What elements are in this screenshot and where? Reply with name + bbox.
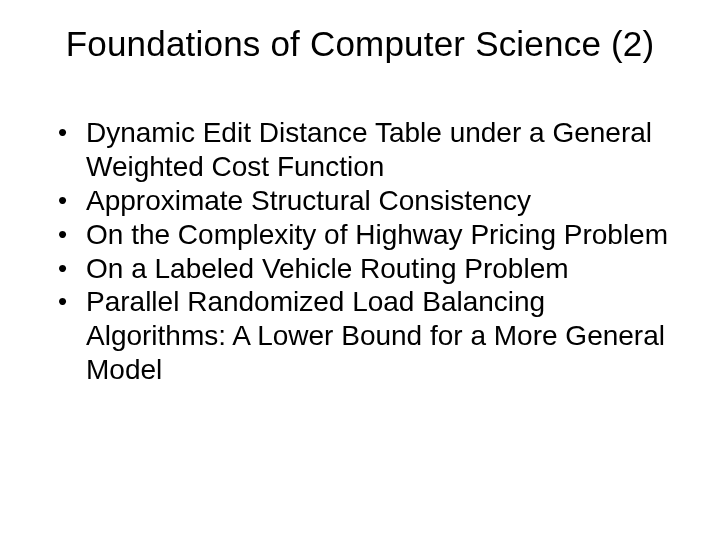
list-item: Parallel Randomized Load Balancing Algor… (58, 285, 680, 387)
slide: Foundations of Computer Science (2) Dyna… (0, 0, 720, 540)
bullet-list: Dynamic Edit Distance Table under a Gene… (40, 116, 680, 387)
list-item: Approximate Structural Consistency (58, 184, 680, 218)
list-item: On the Complexity of Highway Pricing Pro… (58, 218, 680, 252)
list-item: Dynamic Edit Distance Table under a Gene… (58, 116, 680, 184)
list-item: On a Labeled Vehicle Routing Problem (58, 252, 680, 286)
slide-title: Foundations of Computer Science (2) (40, 24, 680, 64)
